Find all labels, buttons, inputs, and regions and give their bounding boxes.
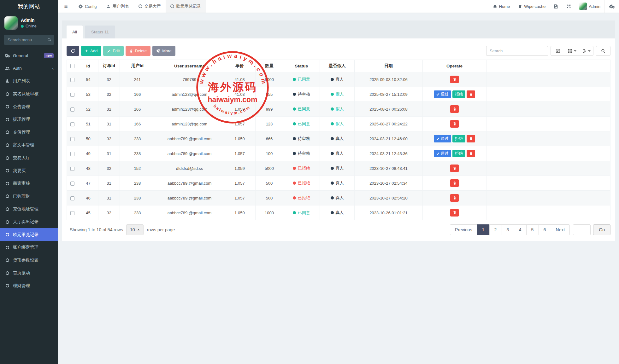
row-delete-button[interactable] bbox=[450, 209, 459, 217]
topbar-tab[interactable]: 交易大厅 bbox=[134, 0, 166, 13]
table-row[interactable]: 54 32 241 789789 41.03 6000 已同意 真人 2025-… bbox=[67, 72, 610, 87]
row-delete-button[interactable] bbox=[450, 120, 459, 128]
language-button[interactable] bbox=[550, 0, 563, 13]
column-header[interactable]: 用户id bbox=[120, 60, 155, 72]
advanced-search-button[interactable] bbox=[596, 46, 610, 56]
sidebar-item[interactable]: 提现管理 bbox=[0, 113, 58, 126]
filter-tab[interactable]: Status 11 bbox=[85, 26, 115, 38]
select-all-checkbox[interactable] bbox=[70, 64, 74, 68]
sidebar-item[interactable]: 理财管理 bbox=[0, 280, 58, 292]
row-delete-button[interactable] bbox=[467, 150, 475, 157]
column-header[interactable]: 单价 bbox=[224, 60, 256, 72]
column-header[interactable]: Operate bbox=[423, 60, 486, 72]
table-row[interactable]: 47 31 238 aabbcc789.@gmail.com 1.057 500… bbox=[67, 176, 610, 191]
table-row[interactable]: 49 31 238 aabbcc789.@gmail.com 1.057 100… bbox=[67, 146, 610, 161]
column-header[interactable]: 是否假人 bbox=[320, 60, 355, 72]
wipe-cache-button[interactable]: Wipe cache bbox=[514, 0, 550, 13]
page-number-button[interactable]: 4 bbox=[514, 224, 527, 235]
page-number-button[interactable]: 1 bbox=[477, 224, 490, 235]
reject-button[interactable]: 拒绝 bbox=[452, 150, 465, 157]
row-checkbox[interactable] bbox=[70, 182, 74, 186]
sidebar-item[interactable]: 已购理财 bbox=[0, 190, 58, 203]
column-header[interactable]: 日期 bbox=[355, 60, 423, 72]
sidebar-item[interactable]: 欧元承兑记录 bbox=[0, 228, 58, 241]
sidebar-item[interactable]: 大厅卖出记录 bbox=[0, 216, 58, 228]
column-header[interactable]: Id bbox=[78, 60, 98, 72]
go-button[interactable]: Go bbox=[593, 224, 610, 235]
row-checkbox[interactable] bbox=[70, 167, 74, 171]
topbar-tab[interactable]: 用户列表 bbox=[102, 0, 134, 13]
export-button[interactable] bbox=[579, 46, 593, 56]
column-header[interactable]: 数量 bbox=[256, 60, 283, 72]
sidebar-item[interactable]: 商家审核 bbox=[0, 177, 58, 190]
column-header[interactable]: Status bbox=[283, 60, 320, 72]
detail-view-button[interactable] bbox=[551, 46, 565, 56]
approve-button[interactable]: 通过 bbox=[434, 135, 451, 142]
page-number-button[interactable]: 2 bbox=[489, 224, 502, 235]
sidebar-item[interactable]: 账户绑定管理 bbox=[0, 241, 58, 254]
sidebar-item[interactable]: 富文本管理 bbox=[0, 139, 58, 152]
reject-button[interactable]: 拒绝 bbox=[452, 135, 465, 142]
sidebar-item[interactable]: 公告管理 bbox=[0, 100, 58, 113]
row-delete-button[interactable] bbox=[450, 105, 459, 113]
topbar-tab[interactable]: Config bbox=[74, 0, 102, 13]
row-checkbox[interactable] bbox=[70, 137, 74, 141]
sidebar-item[interactable]: Generalnew bbox=[0, 49, 58, 62]
table-row[interactable]: 50 32 238 aabbcc789.@gmail.com 1.059 666… bbox=[67, 131, 610, 146]
row-delete-button[interactable] bbox=[467, 135, 475, 142]
table-row[interactable]: 45 32 238 aabbcc789.@gmail.com 1.059 100… bbox=[67, 205, 610, 220]
sidebar-item[interactable]: 用户列表 bbox=[0, 75, 58, 88]
sidebar-item[interactable]: Auth‹ bbox=[0, 62, 58, 75]
column-header[interactable]: User.username bbox=[155, 60, 224, 72]
sidebar-item[interactable]: 货币参数设置 bbox=[0, 254, 58, 267]
fullscreen-button[interactable] bbox=[563, 0, 575, 13]
row-checkbox[interactable] bbox=[70, 152, 74, 156]
page-number-button[interactable]: 3 bbox=[502, 224, 514, 235]
filter-tab[interactable]: All bbox=[67, 26, 83, 38]
admin-menu[interactable]: Admin bbox=[575, 0, 604, 13]
page-jump-input[interactable] bbox=[573, 224, 591, 235]
row-checkbox[interactable] bbox=[70, 107, 74, 112]
row-checkbox[interactable] bbox=[70, 78, 74, 82]
page-number-button[interactable]: 5 bbox=[526, 224, 539, 235]
row-delete-button[interactable] bbox=[450, 194, 459, 202]
approve-button[interactable]: 通过 bbox=[434, 150, 451, 157]
columns-button[interactable] bbox=[565, 46, 579, 56]
more-button[interactable]: More bbox=[152, 46, 175, 56]
row-checkbox[interactable] bbox=[70, 211, 74, 215]
approve-button[interactable]: 通过 bbox=[434, 90, 451, 98]
table-row[interactable]: 53 32 166 admin123@qq.com 41.03 555 待审核 … bbox=[67, 87, 610, 102]
topbar-tab[interactable]: 欧元承兑记录 bbox=[166, 0, 206, 13]
reject-button[interactable]: 拒绝 bbox=[452, 90, 465, 98]
page-size-dropdown[interactable]: 10 bbox=[126, 224, 144, 235]
settings-button[interactable] bbox=[604, 0, 619, 13]
refresh-button[interactable] bbox=[67, 46, 79, 56]
row-delete-button[interactable] bbox=[450, 179, 459, 187]
table-row[interactable]: 46 31 238 aabbcc789.@gmail.com 1.057 500… bbox=[67, 191, 610, 205]
next-page-button[interactable]: Next bbox=[551, 224, 570, 235]
hamburger-menu-icon[interactable]: ≡ bbox=[58, 0, 74, 13]
column-header[interactable]: 订单id bbox=[98, 60, 120, 72]
sidebar-search-input[interactable] bbox=[4, 35, 54, 45]
edit-button[interactable]: Edit bbox=[103, 46, 123, 56]
delete-button[interactable]: Delete bbox=[126, 46, 151, 56]
sidebar-item[interactable]: 充值地址管理 bbox=[0, 203, 58, 216]
sidebar-item[interactable]: 首页滚动 bbox=[0, 267, 58, 280]
table-row[interactable]: 51 31 166 admin123@qq.com 1.057 123 已同意 … bbox=[67, 117, 610, 131]
sidebar-item[interactable]: 充值管理 bbox=[0, 126, 58, 139]
row-checkbox[interactable] bbox=[70, 196, 74, 200]
table-row[interactable]: 52 32 166 admin123@qq.com 1.059 999 已同意 … bbox=[67, 102, 610, 117]
table-row[interactable]: 48 32 152 dfdsfsd@sd.ss 1.059 5000 已拒绝 真… bbox=[67, 161, 610, 176]
row-delete-button[interactable] bbox=[467, 90, 475, 98]
sidebar-item[interactable]: 实名认证审核 bbox=[0, 88, 58, 101]
add-button[interactable]: Add bbox=[81, 46, 101, 56]
row-checkbox[interactable] bbox=[70, 122, 74, 126]
sidebar-item[interactable]: 我要买 bbox=[0, 164, 58, 177]
row-delete-button[interactable] bbox=[450, 76, 459, 83]
sidebar-item[interactable]: 交易大厅 bbox=[0, 152, 58, 165]
home-button[interactable]: Home bbox=[489, 0, 514, 13]
row-delete-button[interactable] bbox=[450, 165, 459, 172]
previous-page-button[interactable]: Previous bbox=[450, 224, 477, 235]
page-number-button[interactable]: 6 bbox=[539, 224, 551, 235]
row-checkbox[interactable] bbox=[70, 93, 74, 97]
